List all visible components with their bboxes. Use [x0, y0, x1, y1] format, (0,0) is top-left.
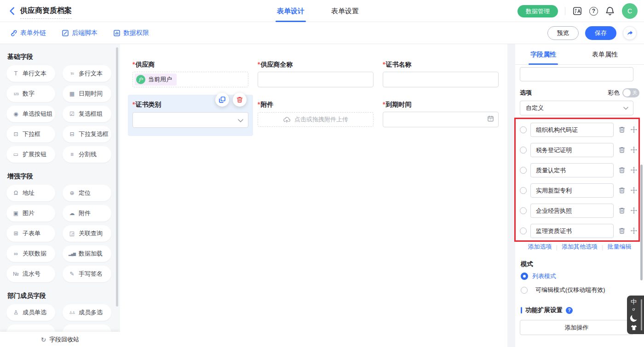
ime-skin-tshirt-icon[interactable] [630, 324, 638, 331]
option-delete-icon[interactable] [618, 207, 626, 214]
field-item-select[interactable]: ⊡下拉框 [6, 126, 55, 142]
option-radio[interactable] [520, 126, 527, 133]
field-supplier[interactable]: *供应商 户 当前用户 [132, 61, 248, 87]
field-item-lookup-query[interactable]: ◲关联查询 [63, 225, 111, 242]
option-move-icon[interactable] [630, 187, 638, 194]
field-item-radio-group[interactable]: ◉单选按钮组 [6, 106, 55, 122]
option-delete-icon[interactable] [618, 126, 626, 133]
form-title[interactable]: 供应商资质档案 [20, 6, 72, 19]
backend-script-button[interactable]: 后端脚本 [62, 29, 98, 37]
field-supplier-fullname[interactable]: *供应商全称 [258, 61, 374, 87]
external-link-button[interactable]: 表单外链 [10, 29, 46, 37]
field-item-member-multi[interactable]: ♙♙成员多选 [63, 304, 111, 321]
option-move-icon[interactable] [630, 227, 638, 234]
options-list: 组织机构代码证税务登记证明质量认定书实用新型专利企业经营执照监理资质证书 [520, 122, 639, 244]
field-item-single-line-text[interactable]: T单行文本 [6, 65, 55, 82]
field-item-image[interactable]: ▣图片 [6, 205, 55, 222]
field-item-multi-select[interactable]: ⊟下拉复选框 [63, 126, 111, 142]
option-move-icon[interactable] [630, 207, 638, 214]
batch-edit-link[interactable]: 批量编辑 [607, 243, 631, 251]
ime-halfwidth-moon-icon[interactable] [629, 314, 638, 322]
delete-field-button[interactable] [233, 93, 247, 107]
tab-form-design[interactable]: 表单设计 [277, 0, 305, 22]
add-other-option-link[interactable]: 添加其他选项 [562, 243, 598, 251]
expiry-date-input[interactable]: 7 [383, 112, 499, 127]
option-text-input[interactable]: 组织机构代码证 [530, 123, 614, 137]
option-text-input[interactable]: 质量认定书 [530, 163, 614, 177]
back-icon[interactable] [7, 6, 17, 16]
certificate-type-select[interactable] [132, 112, 248, 128]
field-item-extend-button[interactable]: ▭扩展按钮 [6, 146, 55, 163]
option-delete-icon[interactable] [618, 146, 626, 154]
supplier-fullname-input[interactable] [258, 72, 374, 87]
option-move-icon[interactable] [630, 146, 638, 154]
trash-icon [236, 96, 243, 103]
add-option-link[interactable]: 添加选项 [528, 243, 552, 251]
add-action-button[interactable]: 添加操作 [520, 320, 633, 335]
field-item-location[interactable]: ⊕定位 [63, 185, 111, 201]
field-item-member-single[interactable]: ♙成员单选 [6, 304, 55, 321]
field-certificate-name[interactable]: *证书名称 [383, 61, 499, 87]
calendar-icon: 7 [487, 115, 494, 124]
field-item-data-load[interactable]: ▂▄▆数据加载 [63, 245, 111, 262]
notification-bell-icon[interactable] [605, 6, 615, 16]
field-recycle-bin[interactable]: ↻ 字段回收站 [0, 332, 120, 347]
mode-editable-radio[interactable]: 可编辑模式(仅移动端有效) [521, 286, 605, 294]
field-title-input[interactable] [520, 67, 633, 81]
tab-form-settings[interactable]: 表单设置 [331, 0, 359, 22]
copy-field-button[interactable] [215, 93, 229, 107]
ime-scrollbar[interactable] [641, 299, 642, 330]
option-text-input[interactable]: 税务登记证明 [530, 143, 614, 157]
field-item-checkbox-group[interactable]: ☑复选框组 [63, 106, 111, 122]
panel-scrollbar[interactable] [640, 165, 643, 280]
language-icon[interactable] [572, 6, 582, 16]
data-permission-button[interactable]: 数据权限 [113, 29, 149, 37]
field-certificate-type-selected[interactable]: *证书类别 [128, 95, 253, 136]
field-item-number[interactable]: 123数字 [6, 85, 55, 102]
tab-form-properties[interactable]: 表单属性 [592, 44, 618, 65]
current-user-tag[interactable]: 户 当前用户 [135, 74, 177, 85]
user-avatar[interactable]: C [622, 3, 638, 19]
option-text-input[interactable]: 企业经营执照 [530, 204, 614, 218]
option-move-icon[interactable] [630, 166, 638, 174]
color-toggle[interactable]: 关 [622, 88, 639, 97]
ime-chinese-mode-icon[interactable]: 中 [631, 299, 637, 305]
preview-button[interactable]: 预览 [547, 26, 579, 40]
option-radio[interactable] [520, 207, 527, 214]
option-radio[interactable] [520, 167, 527, 174]
help-icon[interactable]: ? [589, 7, 598, 16]
field-item-linked-data[interactable]: ∞关联数据 [6, 245, 55, 262]
option-delete-icon[interactable] [618, 166, 626, 174]
certificate-name-input[interactable] [383, 72, 499, 87]
option-text-input[interactable]: 实用新型专利 [530, 183, 614, 198]
tab-field-properties[interactable]: 字段属性 [530, 44, 556, 65]
attachment-upload-area[interactable]: 点击或拖拽附件上传 [258, 112, 374, 127]
field-item-multi-line-text[interactable]: T≡多行文本 [63, 65, 111, 82]
field-item-subform[interactable]: ⊞子表单 [6, 225, 55, 242]
field-item-serial-number[interactable]: №流水号 [6, 266, 55, 282]
data-manage-button[interactable]: 数据管理 [518, 5, 558, 17]
save-button[interactable]: 保存 [585, 26, 616, 40]
option-source-select[interactable]: 自定义 [520, 101, 633, 115]
ime-punctuation-icon[interactable]: ơ [632, 307, 635, 312]
field-item-attachment[interactable]: ☁附件 [63, 205, 111, 222]
option-delete-icon[interactable] [618, 187, 626, 194]
option-radio[interactable] [520, 187, 527, 194]
extension-help-icon[interactable]: ? [566, 307, 573, 314]
field-item-divider[interactable]: ≡分割线 [63, 146, 111, 163]
user-icon: 户 [136, 75, 145, 84]
option-text-input[interactable]: 监理资质证书 [530, 224, 614, 238]
field-expiry-date[interactable]: *到期时间 7 [383, 101, 499, 127]
field-attachment[interactable]: *附件 点击或拖拽附件上传 [258, 101, 374, 127]
field-item-datetime[interactable]: ▦日期时间 [63, 85, 111, 102]
sidebar-scrollbar[interactable] [116, 47, 118, 307]
option-delete-icon[interactable] [618, 227, 626, 234]
option-move-icon[interactable] [630, 126, 638, 133]
option-radio[interactable] [520, 228, 527, 234]
field-item-signature[interactable]: ✎手写签名 [63, 266, 111, 282]
mode-list-radio[interactable]: 列表模式 [521, 272, 556, 280]
supplier-input[interactable]: 户 当前用户 [132, 72, 248, 87]
option-radio[interactable] [520, 147, 527, 154]
field-item-address[interactable]: Ω地址 [6, 185, 55, 201]
share-button[interactable] [623, 26, 637, 40]
